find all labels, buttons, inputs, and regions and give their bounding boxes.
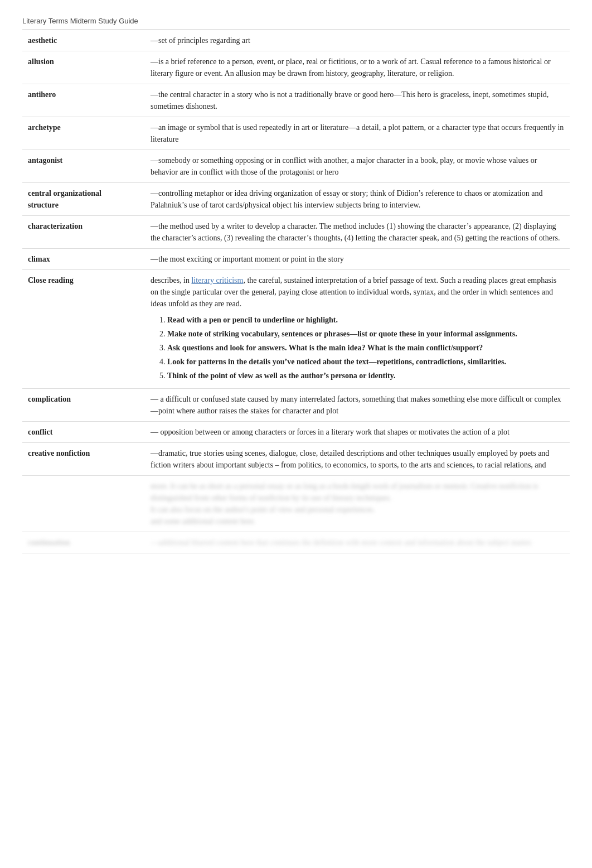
- term-cell: climax: [22, 249, 145, 270]
- term-cell: conflict: [22, 422, 145, 443]
- list-item: Make note of striking vocabulary, senten…: [167, 328, 564, 340]
- terms-table: aesthetic—set of principles regarding ar…: [22, 30, 570, 553]
- definition-cell: —the central character in a story who is…: [145, 84, 570, 117]
- table-row: characterization—the method used by a wr…: [22, 216, 570, 249]
- table-row: aesthetic—set of principles regarding ar…: [22, 30, 570, 51]
- table-row: archetype—an image or symbol that is use…: [22, 117, 570, 150]
- definition-cell: —set of principles regarding art: [145, 30, 570, 51]
- term-cell: creative nonfiction: [22, 443, 145, 476]
- definition-cell: — a difficult or confused state caused b…: [145, 389, 570, 422]
- definition-cell: —is a brief reference to a person, event…: [145, 51, 570, 84]
- definition-cell: —somebody or something opposing or in co…: [145, 150, 570, 183]
- table-row: antagonist—somebody or something opposin…: [22, 150, 570, 183]
- definition-cell: —the method used by a writer to develop …: [145, 216, 570, 249]
- definition-cell: —the most exciting or important moment o…: [145, 249, 570, 270]
- term-cell: [22, 476, 145, 532]
- term-cell: central organizational structure: [22, 183, 145, 216]
- definition-cell: —dramatic, true stories using scenes, di…: [145, 443, 570, 476]
- table-row: antihero—the central character in a stor…: [22, 84, 570, 117]
- definition-cell: more. It can be as short as a personal e…: [145, 476, 570, 532]
- table-row: complication— a difficult or confused st…: [22, 389, 570, 422]
- table-row: allusion—is a brief reference to a perso…: [22, 51, 570, 84]
- table-row: continuation—additional blurred content …: [22, 532, 570, 553]
- table-row: climax—the most exciting or important mo…: [22, 249, 570, 270]
- literary-criticism-link[interactable]: literary criticism: [191, 276, 243, 284]
- table-row: creative nonfiction—dramatic, true stori…: [22, 443, 570, 476]
- list-item: Look for patterns in the details you’ve …: [167, 356, 564, 368]
- definition-cell: —additional blurred content here that co…: [145, 532, 570, 553]
- term-cell: antihero: [22, 84, 145, 117]
- term-cell: aesthetic: [22, 30, 145, 51]
- term-cell: allusion: [22, 51, 145, 84]
- term-cell: antagonist: [22, 150, 145, 183]
- list-item: Ask questions and look for answers. What…: [167, 342, 564, 354]
- definition-cell: describes, in literary criticism, the ca…: [145, 270, 570, 389]
- table-row: Close readingdescribes, in literary crit…: [22, 270, 570, 389]
- definition-cell: —an image or symbol that is used repeate…: [145, 117, 570, 150]
- table-row: central organizational structure—control…: [22, 183, 570, 216]
- table-row: conflict— opposition between or among ch…: [22, 422, 570, 443]
- page-title: Literary Terms Midterm Study Guide: [22, 17, 570, 25]
- list-item: Think of the point of view as well as th…: [167, 370, 564, 382]
- term-cell: characterization: [22, 216, 145, 249]
- table-row: more. It can be as short as a personal e…: [22, 476, 570, 532]
- term-cell: continuation: [22, 532, 145, 553]
- definition-cell: — opposition between or among characters…: [145, 422, 570, 443]
- definition-cell: —controlling metaphor or idea driving or…: [145, 183, 570, 216]
- term-cell: Close reading: [22, 270, 145, 389]
- term-cell: archetype: [22, 117, 145, 150]
- term-cell: complication: [22, 389, 145, 422]
- list-item: Read with a pen or pencil to underline o…: [167, 314, 564, 326]
